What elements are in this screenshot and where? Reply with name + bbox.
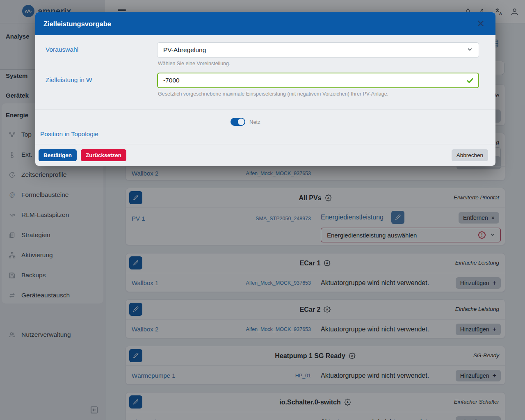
target-help-text: Gesetzlich vorgeschriebene maximale Eins… — [158, 91, 479, 97]
target-power-input[interactable] — [157, 73, 479, 88]
netz-toggle-row: Netz — [231, 118, 479, 126]
reset-button[interactable]: Zurücksetzen — [81, 149, 126, 161]
zielleistungsvorgabe-modal: Zielleistungsvorgabe ✕ Vorauswahl PV-Abr… — [35, 12, 495, 166]
divider — [35, 110, 495, 110]
chevron-down-icon — [467, 46, 473, 54]
modal-header: Zielleistungsvorgabe ✕ — [35, 12, 495, 35]
modal-footer: Bestätigen Zurücksetzen Abbrechen — [35, 144, 495, 166]
confirm-button[interactable]: Bestätigen — [39, 149, 77, 161]
cancel-button[interactable]: Abbrechen — [452, 149, 488, 161]
modal-body: Vorauswahl PV-Abregelung Wählen Sie eine… — [35, 35, 495, 144]
preset-help-text: Wählen Sie eine Voreinstellung. — [158, 61, 479, 66]
app: amperix Analyse System Gerätek Energie T… — [0, 0, 525, 420]
preset-field-row: Vorauswahl PV-Abregelung Wählen Sie eine… — [46, 42, 479, 73]
preset-select-value: PV-Abregelung — [163, 46, 206, 54]
preset-select[interactable]: PV-Abregelung — [157, 42, 479, 58]
close-icon[interactable]: ✕ — [474, 18, 487, 29]
valid-check-icon — [466, 77, 474, 86]
preset-label: Vorauswahl — [46, 42, 157, 73]
target-power-label: Zielleistung in W — [46, 73, 157, 103]
position-in-topology-link[interactable]: Position in Topologie — [40, 130, 479, 138]
netz-toggle-label: Netz — [249, 119, 260, 125]
target-field-row: Zielleistung in W Gesetzlich vorgeschrie… — [46, 73, 479, 103]
netz-toggle[interactable] — [231, 118, 245, 126]
modal-title: Zielleistungsvorgabe — [43, 20, 111, 28]
